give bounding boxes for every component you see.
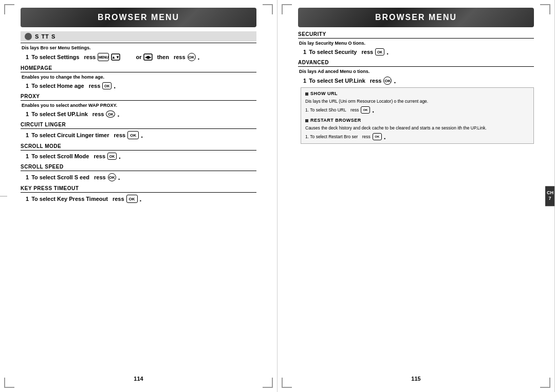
- divider: [21, 43, 256, 43]
- ok-btn4[interactable]: OK: [127, 131, 139, 139]
- page2-header: BROWSER MENU: [298, 8, 534, 27]
- ok-btn-url[interactable]: OK: [361, 106, 370, 114]
- corner-tr: [263, 4, 273, 14]
- advanced-desc: Dis lays Ad anced Menu o tions.: [298, 69, 534, 74]
- divider5: [21, 150, 256, 151]
- divider-s2: [298, 66, 534, 67]
- page-right: CH 7 BROWSER MENU SECURITY Dis lay Secur…: [278, 0, 555, 392]
- divider-s1: [298, 38, 534, 39]
- or-label: or: [136, 54, 142, 60]
- bullet-circle: [25, 33, 32, 40]
- ress-label: ress: [84, 54, 96, 60]
- settings-title: S TT S: [35, 33, 55, 40]
- corner-bl: [4, 378, 14, 388]
- ok-btn2[interactable]: OK: [102, 82, 112, 89]
- advanced-heading: ADVANCED: [298, 60, 534, 65]
- ok-btn6[interactable]: OK: [108, 173, 116, 181]
- item-number: 1: [26, 54, 29, 60]
- ok-btn[interactable]: OK: [188, 53, 196, 61]
- ok-btn-s1[interactable]: OK: [375, 48, 384, 55]
- settings-desc: Dis lays Bro ser Menu Settings.: [21, 45, 256, 50]
- svg-text:▲▼: ▲▼: [112, 55, 120, 60]
- svg-text:◀▶: ◀▶: [144, 55, 152, 60]
- homepage-desc: Enables you to change the home age.: [21, 74, 256, 80]
- ok-btn-s2[interactable]: OK: [383, 77, 392, 85]
- corner-br: [263, 378, 273, 388]
- show-url-box: SHOW URL Dis lays the URL (Uni orm Resou…: [301, 87, 534, 144]
- corner-tl-r: [282, 4, 292, 14]
- show-url-item: 1. To select Sho URL ress OK .: [305, 106, 529, 114]
- then-label: then: [157, 54, 169, 60]
- ok-btn3[interactable]: OK: [106, 110, 115, 118]
- page-left: BROWSER MENU S TT S Dis lays Bro ser Men…: [0, 0, 278, 392]
- page1-content: S TT S Dis lays Bro ser Menu Settings. 1…: [15, 31, 262, 203]
- settings-item-1: 1 To select Settings ress MENU ▲▼ or ◀▶ …: [26, 53, 256, 61]
- restart-desc: Causes the deck history and deck cache t…: [305, 125, 529, 131]
- bullet-sq1: [305, 92, 308, 96]
- ress2-label: ress: [174, 54, 186, 60]
- proxy-item-1: 1 To select Set UP.Link ress OK .: [26, 110, 256, 118]
- key-press-item-1: 1 To select Key Press Timeout ress OK .: [26, 195, 256, 203]
- proxy-heading: PROXY: [21, 94, 256, 99]
- corner-tl: [4, 4, 14, 14]
- key-press-heading: KEY PRESS TIMEOUT: [21, 185, 256, 191]
- circuit-heading: CIRCUIT LINGER: [21, 122, 256, 127]
- scroll-mode-heading: SCROLL MODE: [21, 143, 256, 149]
- show-url-title: SHOW URL: [310, 91, 338, 96]
- nav-icon2: ◀▶: [143, 53, 153, 61]
- ok-btn7[interactable]: OK: [126, 195, 138, 203]
- nav-icon: ▲▼: [111, 53, 120, 61]
- ok-btn5[interactable]: OK: [107, 153, 117, 160]
- homepage-item-1: 1 To select Home age ress OK .: [26, 82, 256, 89]
- page1-number: 114: [134, 376, 143, 382]
- page2-content: SECURITY Dis lay Security Menu O tions. …: [293, 31, 539, 144]
- corner-bl-r: [282, 378, 292, 388]
- divider2: [21, 72, 256, 72]
- left-crosshair: [0, 196, 7, 196]
- show-url-desc: Dis lays the URL (Uni orm Resource Locat…: [305, 99, 529, 104]
- security-heading: SECURITY: [298, 31, 534, 37]
- restart-item: 1. To select Restart Bro ser ress OK .: [305, 133, 529, 140]
- divider4: [21, 128, 256, 129]
- circuit-item-1: 1 To select Circuit Linger timer ress OK…: [26, 131, 256, 139]
- settings-section-header: S TT S: [21, 31, 256, 42]
- divider7: [21, 192, 256, 193]
- proxy-desc: Enables you to select another WAP PROXY.: [21, 103, 256, 108]
- divider3: [21, 100, 256, 101]
- page2-number: 115: [411, 376, 420, 382]
- advanced-item-1: 1 To select Set UP.Link ress OK .: [303, 77, 534, 85]
- bullet-sq2: [305, 119, 308, 122]
- scroll-speed-item-1: 1 To select Scroll S eed ress OK .: [26, 173, 256, 181]
- corner-tr-r: [540, 4, 550, 14]
- homepage-heading: HOMEPAGE: [21, 65, 256, 71]
- ok-btn-restart[interactable]: OK: [373, 133, 382, 140]
- page1-header: BROWSER MENU: [21, 8, 256, 27]
- scroll-speed-heading: SCROLL SPEED: [21, 164, 256, 170]
- scroll-mode-item-1: 1 To select Scroll Mode ress OK .: [26, 153, 256, 160]
- menu-btn[interactable]: MENU: [98, 53, 109, 61]
- security-item-1: 1 To select Security ress OK .: [303, 48, 534, 55]
- security-desc: Dis lay Security Menu O tions.: [298, 41, 534, 46]
- ch-tab: CH 7: [545, 186, 554, 206]
- divider6: [21, 171, 256, 171]
- corner-br-r: [540, 378, 550, 388]
- restart-title: RESTART BROWSER: [310, 118, 361, 123]
- item-text: To select Settings ress MENU ▲▼ or ◀▶ th…: [31, 53, 256, 61]
